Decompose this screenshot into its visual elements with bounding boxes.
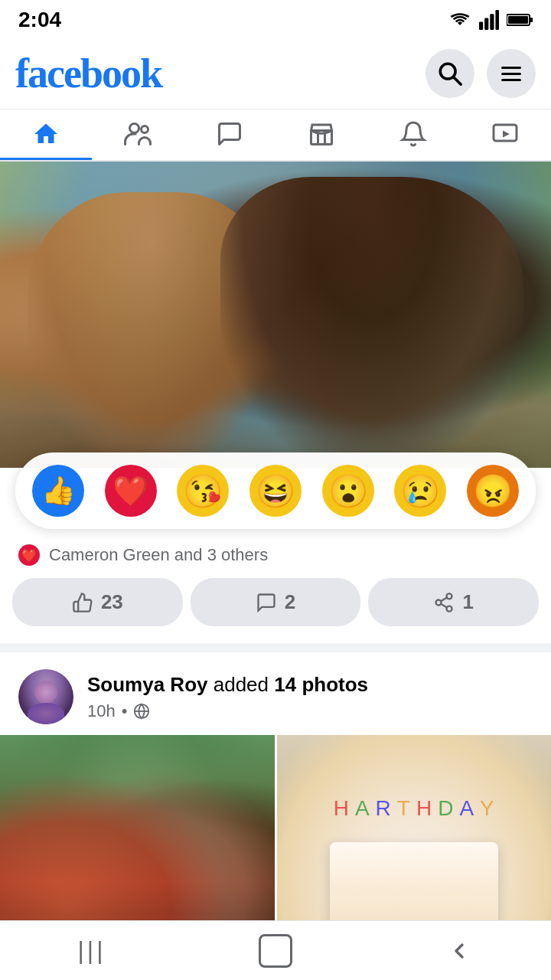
menu-line: [501, 67, 521, 69]
svg-rect-5: [508, 16, 528, 24]
svg-rect-6: [530, 18, 533, 22]
reaction-wow[interactable]: 😮: [322, 465, 374, 517]
feed: 👍 ❤️ 😘 😆 😮 😢 😠: [0, 162, 551, 980]
post-header-2: Soumya Roy added 14 photos 10h •: [0, 652, 551, 735]
recents-icon: |||: [78, 936, 106, 965]
home-circle-icon: [259, 934, 292, 968]
marketplace-icon: [308, 120, 335, 148]
reactions-bar: 👍 ❤️ 😘 😆 😮 😢 😠: [15, 452, 536, 529]
tab-home[interactable]: [0, 109, 92, 160]
tab-watch[interactable]: [459, 109, 551, 160]
photo-count: 14 photos: [274, 673, 368, 696]
share-count: 1: [462, 590, 473, 614]
signal-icon: [479, 10, 499, 30]
status-icons: [448, 10, 533, 30]
messenger-icon: [216, 120, 243, 148]
reaction-lol[interactable]: 😆: [249, 465, 302, 517]
liked-by: ❤️ Cameron Green and 3 others: [0, 529, 551, 572]
share-icon: [433, 592, 455, 613]
bottom-nav: |||: [0, 920, 551, 980]
battery-icon: [507, 12, 533, 28]
back-icon: [447, 939, 471, 963]
tab-friends[interactable]: [92, 109, 184, 160]
svg-rect-2: [490, 14, 494, 30]
top-nav: facebook: [0, 40, 551, 109]
friends-icon: [124, 120, 152, 148]
svg-line-20: [441, 597, 447, 601]
svg-point-10: [142, 126, 148, 132]
search-icon: [437, 60, 463, 87]
comment-count: 2: [285, 590, 295, 614]
bottom-back-button[interactable]: [367, 921, 551, 980]
nav-actions: [425, 49, 536, 98]
watch-icon: [491, 120, 519, 148]
post-author-2: Soumya Roy added 14 photos: [87, 672, 533, 698]
svg-rect-3: [495, 10, 499, 30]
notifications-icon: [399, 120, 427, 148]
avatar-soumya[interactable]: [18, 669, 73, 724]
share-button[interactable]: 1: [368, 578, 539, 626]
action-buttons: 23 2 1: [0, 572, 551, 643]
comment-icon: [256, 592, 277, 613]
reaction-haha[interactable]: 😘: [177, 465, 229, 517]
post-meta-2: Soumya Roy added 14 photos 10h •: [87, 672, 533, 721]
svg-rect-0: [479, 22, 483, 30]
author-name[interactable]: Soumya Roy: [87, 673, 208, 696]
post-photo: [0, 162, 551, 468]
action-text: added: [214, 673, 275, 696]
search-button[interactable]: [425, 49, 474, 98]
reaction-sad[interactable]: 😢: [394, 465, 446, 517]
globe-icon: [133, 703, 150, 720]
facebook-logo: facebook: [15, 53, 161, 94]
menu-button[interactable]: [487, 49, 536, 98]
post-card-1: 👍 ❤️ 😘 😆 😮 😢 😠: [0, 162, 551, 643]
wifi-icon: [448, 11, 471, 29]
liked-by-text: Cameron Green and 3 others: [49, 545, 268, 565]
tab-marketplace[interactable]: [276, 109, 367, 160]
svg-marker-15: [503, 130, 510, 137]
thumb-up-icon: [72, 592, 93, 613]
svg-point-9: [130, 123, 139, 132]
bottom-home-button[interactable]: [184, 921, 367, 980]
status-time: 2:04: [18, 8, 61, 32]
status-bar: 2:04: [0, 0, 551, 40]
tab-bar: [0, 109, 551, 162]
time-ago: 10h: [87, 701, 116, 721]
bottom-recents-button[interactable]: |||: [0, 921, 184, 980]
menu-line: [501, 73, 521, 75]
home-icon: [32, 120, 60, 148]
reaction-love[interactable]: ❤️: [105, 465, 157, 517]
svg-line-8: [454, 77, 461, 84]
tab-notifications[interactable]: [367, 109, 459, 160]
like-button[interactable]: 23: [12, 578, 183, 626]
like-count: 23: [101, 590, 123, 614]
tab-messenger[interactable]: [184, 109, 276, 160]
menu-line: [501, 79, 521, 81]
reaction-angry[interactable]: 😠: [467, 465, 519, 517]
svg-rect-1: [484, 18, 488, 30]
comment-button[interactable]: 2: [191, 578, 361, 626]
reaction-like[interactable]: 👍: [32, 465, 84, 517]
svg-line-19: [441, 603, 447, 607]
post-time-2: 10h •: [87, 701, 533, 721]
